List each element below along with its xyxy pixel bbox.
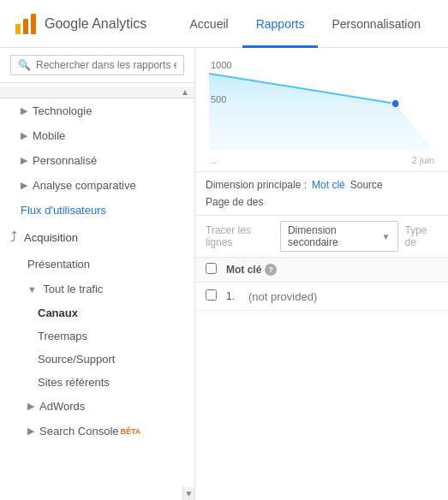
- main-content: ... 2 juin 1000 500 Dimension principale…: [195, 48, 448, 500]
- svg-rect-2: [31, 14, 36, 34]
- line-chart: [209, 57, 434, 151]
- y-label-1000: 1000: [211, 60, 231, 70]
- arrow-icon: ▶: [21, 180, 27, 191]
- sidebar-item-label: Analyse comparative: [33, 179, 136, 192]
- item-label: Présentation: [27, 258, 90, 271]
- app-header: Google Analytics Accueil Rapports Person…: [0, 0, 448, 48]
- select-all-checkbox[interactable]: [206, 263, 217, 274]
- nav-rapports[interactable]: Rapports: [242, 0, 319, 48]
- arrow-icon: ▶: [27, 401, 34, 412]
- sidebar-item-tout-le-trafic[interactable]: ▼ Tout le trafic: [0, 277, 194, 301]
- sidebar-item-flux-utilisateurs[interactable]: Flux d'utilisateurs: [0, 198, 194, 223]
- sidebar-item-mobile[interactable]: ▶ Mobile: [0, 123, 194, 148]
- logo: Google Analytics: [14, 12, 176, 36]
- beta-badge: BÊTA: [121, 427, 141, 436]
- header-mot-cle: Mot clé ?: [226, 264, 277, 276]
- search-input[interactable]: [36, 59, 176, 71]
- sidebar: 🔍 ▲ ▶ Technologie ▶ Mobile ▶ Personnalis…: [0, 48, 195, 500]
- item-label: Canaux: [38, 307, 78, 319]
- sidebar-item-personnalise[interactable]: ▶ Personnalisé: [0, 148, 194, 173]
- item-label: AdWords: [39, 400, 85, 413]
- item-label: Source/Support: [38, 353, 115, 366]
- row-number: 1.: [226, 290, 243, 302]
- arrow-icon: ▶: [27, 426, 34, 437]
- search-icon: 🔍: [18, 59, 31, 71]
- sidebar-item-label: Technologie: [33, 104, 92, 117]
- item-label: Sites référents: [38, 376, 110, 389]
- sidebar-item-analyse-comparative[interactable]: ▶ Analyse comparative: [0, 173, 194, 198]
- sidebar-item-sites-referents[interactable]: Sites référents: [0, 371, 194, 394]
- row-checkbox[interactable]: [206, 289, 217, 301]
- dim-option-mot-cle[interactable]: Mot clé: [312, 179, 345, 191]
- dimension-secondary-select[interactable]: Dimension secondaire ▼: [280, 221, 398, 252]
- sidebar-group-acquisition[interactable]: ⤴ Acquisition: [0, 223, 194, 252]
- svg-rect-0: [15, 24, 21, 34]
- sidebar-item-technologie[interactable]: ▶ Technologie: [0, 98, 194, 123]
- dim-option-page-des[interactable]: Page de des: [206, 196, 263, 208]
- svg-marker-3: [209, 74, 434, 151]
- scroll-up-arrow[interactable]: ▲: [177, 86, 193, 98]
- group-label: Acquisition: [24, 231, 78, 244]
- sidebar-item-label: Personnalisé: [33, 154, 97, 167]
- item-label: Tout le trafic: [43, 283, 103, 295]
- chart-x-labels: ... 2 juin: [209, 153, 434, 167]
- arrow-icon: ▶: [21, 105, 27, 116]
- dimension-bar: Dimension principale : Mot clé Source Pa…: [195, 172, 448, 216]
- header-checkbox-cell: [206, 263, 226, 277]
- google-analytics-icon: [14, 12, 38, 36]
- table-header: Mot clé ?: [195, 258, 448, 283]
- help-icon[interactable]: ?: [265, 264, 277, 276]
- dropdown-arrow-icon: ▼: [382, 232, 391, 241]
- logo-text: Google Analytics: [45, 16, 146, 32]
- sidebar-item-source-support[interactable]: Source/Support: [0, 348, 194, 371]
- dim-secondary-label: Dimension secondaire: [288, 224, 379, 248]
- svg-point-4: [391, 99, 399, 108]
- arrow-icon: ▶: [21, 130, 27, 141]
- nav-personnalisation[interactable]: Personnalisation: [318, 0, 434, 48]
- dimension-label: Dimension principale :: [206, 179, 307, 191]
- sidebar-item-label: Mobile: [33, 129, 65, 142]
- table-row: 1. (not provided): [195, 283, 448, 311]
- sidebar-nav: ▲ ▶ Technologie ▶ Mobile ▶ Personnalisé …: [0, 83, 194, 447]
- nav-accueil[interactable]: Accueil: [176, 0, 242, 48]
- sidebar-item-search-console[interactable]: ▶ Search Console BÊTA: [0, 419, 194, 443]
- col-label-mot-cle: Mot clé: [226, 264, 261, 276]
- row-value-not-provided[interactable]: (not provided): [248, 290, 317, 303]
- sidebar-item-presentation[interactable]: Présentation: [0, 252, 194, 277]
- acquisition-icon: ⤴: [10, 229, 17, 245]
- arrow-icon: ▶: [21, 155, 27, 166]
- main-nav: Accueil Rapports Personnalisation: [176, 0, 434, 48]
- sidebar-search-container: 🔍: [0, 48, 194, 83]
- sidebar-item-label: Flux d'utilisateurs: [21, 204, 106, 217]
- item-label: Search Console: [39, 425, 119, 438]
- x-label-end: 2 juin: [412, 155, 434, 165]
- chart-area: ... 2 juin 1000 500: [195, 48, 448, 172]
- sidebar-item-treemaps[interactable]: Treemaps: [0, 324, 194, 348]
- tracer-label: Tracer les lignes: [206, 224, 273, 248]
- main-layout: 🔍 ▲ ▶ Technologie ▶ Mobile ▶ Personnalis…: [0, 48, 448, 500]
- item-label: Treemaps: [38, 330, 87, 342]
- dim-option-source[interactable]: Source: [350, 179, 383, 191]
- scroll-down-arrow[interactable]: ▼: [185, 489, 194, 498]
- x-label-start: ...: [209, 155, 217, 165]
- svg-rect-1: [23, 19, 28, 34]
- sidebar-item-adwords[interactable]: ▶ AdWords: [0, 394, 194, 419]
- y-label-500: 500: [211, 94, 226, 104]
- search-box[interactable]: 🔍: [10, 55, 184, 75]
- type-label: Type de: [405, 224, 438, 248]
- sidebar-item-canaux[interactable]: Canaux: [0, 301, 194, 324]
- row-checkbox-cell: [206, 289, 226, 303]
- toolbar-row: Tracer les lignes Dimension secondaire ▼…: [195, 216, 448, 258]
- collapse-arrow-icon: ▼: [27, 284, 37, 295]
